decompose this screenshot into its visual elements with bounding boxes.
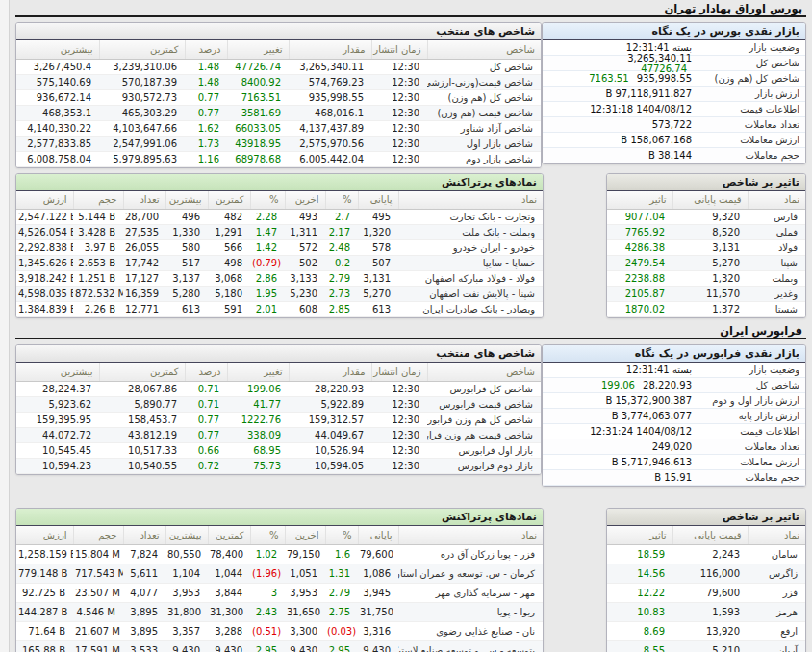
index-row[interactable]: شاخص کل هم وزن فرابورس 12:30 159,312.57 …	[15, 412, 541, 427]
impact-row[interactable]: سامان 2,243 18.59	[607, 544, 805, 564]
glance-row[interactable]: تعداد معاملات 249,020	[543, 439, 805, 455]
symbol-row[interactable]: وبصادر - بانک صادرات ایران 613 2.85 608 …	[16, 302, 543, 317]
col-close[interactable]: پایانی	[358, 191, 398, 210]
col-low[interactable]: کمترین	[208, 526, 250, 544]
index-row[interactable]: بازار اول فرابورس 12:30 10,526.94 68.95 …	[15, 442, 541, 458]
index-row[interactable]: شاخص قیمت هم وزن فرابو... 12:30 44,049.6…	[15, 427, 541, 442]
col-value[interactable]: مقدار	[289, 40, 371, 59]
col-close-pct[interactable]: %	[325, 191, 358, 210]
index-row[interactable]: شاخص آزاد شناور 12:30 4,137,437.89 66033…	[15, 120, 541, 136]
symbol-row[interactable]: وبملت - بانک ملت 1,320 2.17 1,311 1.47 1…	[16, 225, 543, 240]
col-percent[interactable]: درصد	[185, 40, 227, 59]
col-percent[interactable]: درصد	[185, 363, 227, 381]
index-change: 47726.74	[227, 59, 289, 74]
col-publish-time[interactable]: زمان انتشار	[371, 363, 427, 381]
col-value[interactable]: ارزش	[16, 526, 73, 544]
col-index-name[interactable]: شاخص	[427, 363, 541, 381]
symbol-row[interactable]: مهر - سرمایه گذاری مهر 3,945 2.79 3,953 …	[16, 583, 543, 602]
col-impact[interactable]: تاثیر	[607, 526, 672, 544]
col-index-name[interactable]: شاخص	[427, 40, 541, 59]
index-row[interactable]: شاخص بازار اول 12:30 2,575,970.56 43918.…	[15, 136, 541, 151]
col-symbol[interactable]: نماد	[398, 526, 543, 544]
impact-row[interactable]: هرمز 1,593 10.83	[607, 602, 805, 621]
symbol-row[interactable]: وتجارت - بانک تجارت 495 2.7 493 2.28 482…	[16, 210, 543, 225]
index-row[interactable]: شاخص قیمت(وزنی-ارزشی) 12:30 574,769.23 8…	[15, 74, 541, 89]
index-row[interactable]: شاخص قیمت فرابورس 12:30 5,922.89 41.77 0…	[15, 396, 541, 412]
col-close-price[interactable]: قیمت پایانی	[672, 191, 748, 210]
impact-row[interactable]: وغدیر 11,570 2105.87	[607, 287, 805, 302]
symbol-row[interactable]: پتوسعه - س. و توسعه صنایع لاستیک 9,430 2…	[16, 640, 543, 652]
col-count[interactable]: تعداد	[123, 191, 165, 210]
col-value[interactable]: ارزش	[16, 191, 73, 210]
glance-row[interactable]: ارزش معاملات 158,067.168 B	[543, 133, 805, 148]
col-high[interactable]: بیشترین	[15, 363, 99, 381]
glance-row[interactable]: اطلاعات قیمت 1404/08/12 12:31:18	[543, 102, 805, 117]
symbol-row[interactable]: خساپا - سایپا 507 0.2 502 (0.79) 498 517…	[16, 256, 543, 271]
glance-row[interactable]: حجم معاملات 15.91 B	[543, 470, 805, 486]
index-percent: 0.77	[185, 427, 227, 442]
impact-row[interactable]: شپنا 5,270 2479.54	[607, 256, 805, 271]
symbol-row[interactable]: خودرو - ایران خودرو 578 2.48 572 1.42 56…	[16, 240, 543, 256]
col-impact[interactable]: تاثیر	[607, 191, 672, 210]
symbol-low: 482	[208, 210, 250, 225]
impact-row[interactable]: ارفع 13,920 8.69	[607, 621, 805, 640]
col-high[interactable]: بیشترین	[165, 191, 208, 210]
col-last[interactable]: اخرین	[285, 526, 325, 544]
glance-row[interactable]: ارزش بازار 97,118,911.827 B	[543, 87, 805, 102]
impact-close: 79,600	[672, 583, 748, 602]
col-symbol[interactable]: نماد	[748, 526, 805, 544]
col-change[interactable]: تغییر	[227, 40, 289, 59]
col-value[interactable]: مقدار	[289, 363, 371, 381]
symbol-row[interactable]: فولاد - فولاد مبارکه اصفهان 3,131 2.79 3…	[16, 271, 543, 287]
col-high[interactable]: بیشترین	[15, 40, 99, 59]
glance-row[interactable]: شاخص کل 28,220.93 199.06	[543, 378, 805, 393]
glance-row[interactable]: ارزش بازار پایه 3,774,063.077 B	[543, 409, 805, 424]
col-last[interactable]: اخرین	[285, 191, 325, 210]
glance-row[interactable]: وضعیت بازار بسته 12:31:41	[543, 363, 805, 378]
col-change[interactable]: تغییر	[227, 363, 289, 381]
col-close-price[interactable]: قیمت پایانی	[672, 526, 748, 544]
col-low[interactable]: کمترین	[99, 40, 185, 59]
impact-row[interactable]: فولاد 3,131 4286.38	[607, 240, 805, 256]
col-high[interactable]: بیشترین	[165, 526, 208, 544]
col-publish-time[interactable]: زمان انتشار	[371, 40, 427, 59]
col-count[interactable]: تعداد	[123, 526, 165, 544]
glance-value-cell: 1404/08/12 12:31:24	[548, 426, 692, 437]
symbol-row[interactable]: نان - صنایع غذایی رضوی 3,316 (0.03) 3,30…	[16, 621, 543, 640]
index-row[interactable]: بازار دوم فرابورس 12:30 10,594.05 75.73 …	[15, 458, 541, 473]
glance-row[interactable]: ارزش بازار اول و دوم 15,372,900.387 B	[543, 393, 805, 409]
index-row[interactable]: شاخص قیمت (هم وزن) 12:30 468,016.1 3581.…	[15, 105, 541, 120]
col-low[interactable]: کمترین	[208, 191, 250, 210]
impact-row[interactable]: آریان 5,210 8.55	[607, 640, 805, 652]
glance-row[interactable]: تعداد معاملات 573,722	[543, 117, 805, 133]
col-last-pct[interactable]: %	[250, 526, 285, 544]
symbol-row[interactable]: کرمان - س. توسعه و عمران استان کرمان 1,0…	[16, 564, 543, 583]
impact-row[interactable]: زاگرس 116,000 14.56	[607, 564, 805, 583]
symbol-row[interactable]: فزر - پویا زرکان آق دره 79,600 1.6 79,15…	[16, 544, 543, 564]
index-row[interactable]: شاخص کل فرابورس 12:30 28,220.93 199.06 0…	[15, 381, 541, 396]
index-row[interactable]: شاخص کل 12:30 3,265,340.11 47726.74 1.48…	[15, 59, 541, 74]
col-last-pct[interactable]: %	[250, 191, 285, 210]
impact-row[interactable]: فارس 9,320 9077.04	[607, 210, 805, 225]
symbol-row[interactable]: ریوا - پویا 31,750 2.75 31,650 2.43 31,3…	[16, 602, 543, 621]
glance-row[interactable]: ارزش معاملات 5,717,946.613 B	[543, 455, 805, 470]
index-row[interactable]: شاخص بازار دوم 12:30 6,005,442.04 68978.…	[15, 151, 541, 166]
impact-row[interactable]: فملی 8,520 7765.92	[607, 225, 805, 240]
col-volume[interactable]: حجم	[73, 526, 123, 544]
impact-row[interactable]: شستا 1,372 1870.02	[607, 302, 805, 317]
impact-row[interactable]: وبملت 1,320 2238.88	[607, 271, 805, 287]
glance-row[interactable]: حجم معاملات 38.144 B	[543, 148, 805, 163]
glance-row[interactable]: شاخص کل 3,265,340.11 47726.74	[543, 56, 805, 71]
symbol-row[interactable]: شپنا - پالایش نفت اصفهان 5,270 2.73 5,23…	[16, 287, 543, 302]
symbol-close-pct: 2.79	[325, 271, 358, 287]
col-symbol[interactable]: نماد	[748, 191, 805, 210]
col-volume[interactable]: حجم	[73, 191, 123, 210]
impact-row[interactable]: فزر 79,600 12.22	[607, 583, 805, 602]
index-row[interactable]: شاخص کل (هم وزن) 12:30 935,998.55 7163.5…	[15, 89, 541, 105]
col-close[interactable]: پایانی	[358, 526, 398, 544]
glance-row[interactable]: شاخص کل (هم وزن) 935,998.55 7163.51	[543, 71, 805, 87]
glance-row[interactable]: اطلاعات قیمت 1404/08/12 12:31:24	[543, 424, 805, 439]
col-close-pct[interactable]: %	[325, 526, 358, 544]
col-symbol[interactable]: نماد	[398, 191, 543, 210]
col-low[interactable]: کمترین	[99, 363, 185, 381]
